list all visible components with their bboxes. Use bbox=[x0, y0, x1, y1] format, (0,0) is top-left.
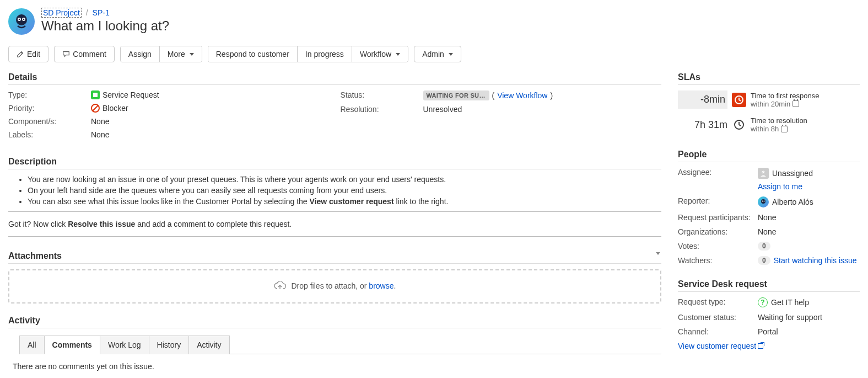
no-comments-text: There are no comments yet on this issue. bbox=[13, 362, 661, 371]
svg-point-3 bbox=[19, 19, 20, 20]
svg-point-4 bbox=[23, 19, 25, 20]
components-label: Component/s: bbox=[8, 117, 91, 126]
status-label: Status: bbox=[341, 90, 423, 100]
sla-label: Time to first response bbox=[751, 92, 860, 100]
workflow-group: Respond to customer In progress Workflow bbox=[208, 46, 408, 62]
people-heading: People bbox=[678, 150, 860, 162]
svg-rect-5 bbox=[93, 93, 98, 97]
priority-value: Blocker bbox=[103, 104, 128, 113]
description-item: You can also see what this issue looks l… bbox=[28, 197, 661, 206]
resolution-label: Resolution: bbox=[341, 105, 423, 114]
tab-activity[interactable]: Activity bbox=[188, 336, 229, 354]
request-type-value: Get IT help bbox=[771, 298, 809, 307]
type-value: Service Request bbox=[103, 90, 159, 99]
issue-title: What am I looking at? bbox=[41, 18, 169, 34]
caret-down-icon bbox=[449, 53, 453, 56]
description-item: You are now looking at an issue in one o… bbox=[28, 175, 661, 184]
organizations-value: None bbox=[758, 227, 860, 236]
channel-value: Portal bbox=[758, 327, 860, 336]
sla-label: Time to resolution bbox=[751, 116, 860, 125]
sla-time-value: -8min bbox=[678, 90, 727, 109]
user-avatar-icon bbox=[758, 196, 769, 207]
help-icon: ? bbox=[758, 297, 768, 307]
attachment-dropzone[interactable]: Drop files to attach, or browse. bbox=[8, 269, 661, 304]
attachments-heading: Attachments bbox=[8, 251, 661, 264]
labels-label: Labels: bbox=[8, 130, 91, 139]
watchers-count-badge: 0 bbox=[758, 256, 770, 265]
blocker-icon bbox=[91, 104, 100, 113]
description-list: You are now looking at an issue in one o… bbox=[8, 175, 661, 206]
breadcrumb: SD Project / SP-1 bbox=[41, 8, 169, 17]
resolution-value: Unresolved bbox=[423, 105, 662, 114]
issue-header: SD Project / SP-1 What am I looking at? bbox=[8, 8, 860, 39]
assignee-label: Assignee: bbox=[678, 168, 758, 177]
section-toggle-icon[interactable] bbox=[656, 252, 660, 255]
in-progress-button[interactable]: In progress bbox=[297, 46, 352, 62]
slas-heading: SLAs bbox=[678, 72, 860, 85]
comment-icon bbox=[62, 50, 70, 58]
clock-breached-icon bbox=[732, 93, 746, 107]
sla-goal: within 20min bbox=[751, 100, 790, 108]
browse-link[interactable]: browse bbox=[369, 281, 393, 290]
assign-to-me-link[interactable]: Assign to me bbox=[758, 182, 802, 191]
tab-history[interactable]: History bbox=[149, 336, 189, 354]
service-request-icon bbox=[91, 90, 100, 99]
components-value: None bbox=[91, 117, 330, 126]
sla-resolution: 7h 31m Time to resolution within 8h bbox=[678, 116, 860, 133]
customer-status-label: Customer status: bbox=[678, 313, 758, 322]
description-gotit: Got it? Now click Resolve this issue and… bbox=[8, 220, 661, 228]
activity-heading: Activity bbox=[8, 316, 661, 328]
view-workflow-link[interactable]: View Workflow bbox=[497, 91, 547, 100]
breadcrumb-project-link[interactable]: SD Project bbox=[41, 8, 82, 18]
customer-status-value: Waiting for support bbox=[758, 313, 860, 322]
upload-icon bbox=[274, 281, 286, 291]
sla-first-response: -8min Time to first response within 20mi… bbox=[678, 90, 860, 109]
status-lozenge: WAITING FOR SUPP… bbox=[423, 90, 489, 100]
clock-icon bbox=[732, 118, 746, 132]
svg-point-0 bbox=[16, 14, 27, 25]
svg-point-10 bbox=[761, 199, 765, 204]
reporter-label: Reporter: bbox=[678, 196, 758, 205]
description-divider bbox=[8, 236, 661, 237]
sla-time-value: 7h 31m bbox=[678, 117, 727, 133]
pencil-icon bbox=[17, 50, 24, 58]
tab-worklog[interactable]: Work Log bbox=[100, 336, 149, 354]
organizations-label: Organizations: bbox=[678, 227, 758, 236]
tab-all[interactable]: All bbox=[19, 336, 44, 354]
toolbar: Edit Comment Assign More Respond to cust… bbox=[8, 46, 860, 62]
breadcrumb-separator: / bbox=[86, 8, 88, 17]
details-panel: Type: Service Request Priority: Blocker … bbox=[8, 90, 661, 143]
unassigned-avatar-icon: ? bbox=[758, 168, 769, 179]
assign-more-group: Assign More bbox=[120, 46, 202, 62]
view-customer-request-link[interactable]: View customer request bbox=[678, 342, 763, 350]
svg-point-11 bbox=[762, 201, 763, 202]
admin-button[interactable]: Admin bbox=[414, 46, 461, 62]
svg-text:?: ? bbox=[762, 171, 765, 175]
external-link-icon bbox=[758, 343, 763, 349]
start-watching-link[interactable]: Start watching this issue bbox=[774, 256, 857, 265]
breadcrumb-issue-key-link[interactable]: SP-1 bbox=[93, 8, 110, 17]
more-button[interactable]: More bbox=[159, 46, 202, 62]
request-type-label: Request type: bbox=[678, 297, 758, 306]
workflow-button[interactable]: Workflow bbox=[352, 46, 408, 62]
details-heading: Details bbox=[8, 72, 661, 85]
project-avatar bbox=[8, 8, 35, 35]
participants-value: None bbox=[758, 213, 860, 222]
description-divider bbox=[8, 211, 661, 212]
votes-label: Votes: bbox=[678, 242, 758, 251]
assign-button[interactable]: Assign bbox=[121, 46, 159, 62]
tab-comments[interactable]: Comments bbox=[44, 336, 100, 354]
reporter-value: Alberto Alós bbox=[772, 198, 813, 206]
channel-label: Channel: bbox=[678, 327, 758, 336]
assignee-value: Unassigned bbox=[772, 169, 813, 178]
watchers-label: Watchers: bbox=[678, 256, 758, 265]
calendar-icon bbox=[792, 100, 799, 107]
comment-button[interactable]: Comment bbox=[54, 46, 115, 62]
svg-point-12 bbox=[764, 201, 765, 202]
votes-count-badge: 0 bbox=[758, 242, 770, 251]
caret-down-icon bbox=[190, 53, 194, 56]
respond-to-customer-button[interactable]: Respond to customer bbox=[208, 46, 297, 62]
edit-button[interactable]: Edit bbox=[8, 46, 48, 62]
service-desk-heading: Service Desk request bbox=[678, 279, 860, 292]
type-label: Type: bbox=[8, 90, 91, 99]
